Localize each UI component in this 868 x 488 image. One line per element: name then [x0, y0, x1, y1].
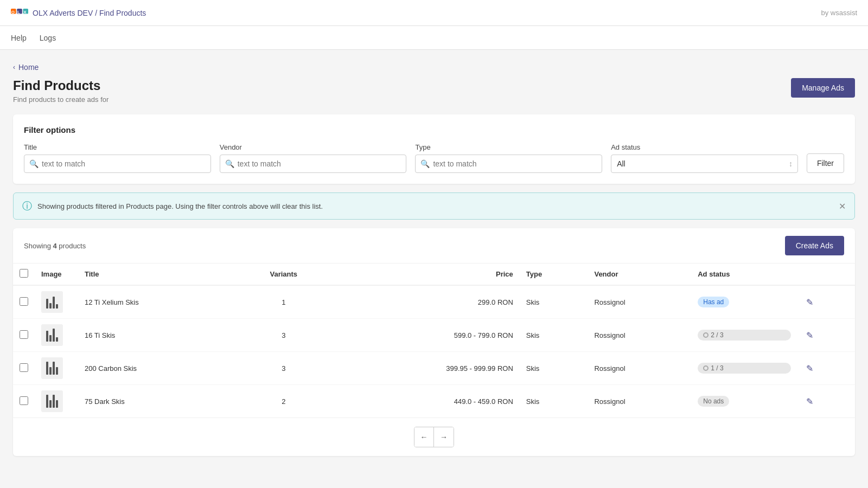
ad-status-badge: No ads — [698, 396, 729, 407]
row-checkbox-2[interactable] — [20, 363, 28, 372]
pagination-controls: ← → — [414, 427, 454, 447]
select-all-checkbox[interactable] — [20, 269, 28, 278]
product-variants-cell: 3 — [236, 319, 331, 352]
ad-status-select-wrapper: All Has ad Partial No ads ↕ — [611, 155, 798, 173]
product-type-cell: Skis — [520, 352, 588, 385]
type-input[interactable] — [415, 155, 602, 173]
filter-title-label: Title — [24, 143, 211, 151]
main-content: ‹ Home Find Products Find products to cr… — [0, 50, 868, 469]
info-banner-left: ⓘ Showing products filtered in Products … — [22, 200, 323, 213]
product-type-cell: Skis — [520, 319, 588, 352]
showing-prefix: Showing — [24, 242, 51, 250]
product-variants-cell: 2 — [236, 385, 331, 418]
title-input[interactable] — [24, 155, 211, 173]
ad-status-col-header: Ad status — [691, 264, 797, 285]
product-vendor-cell: Rossignol — [588, 385, 691, 418]
actions-col-header — [797, 264, 855, 285]
ad-status-badge: 2 / 3 — [698, 330, 791, 341]
filter-type-label: Type — [415, 143, 602, 151]
table-row: 200 Carbon Skis3399.95 - 999.99 RONSkisR… — [13, 352, 855, 385]
svg-text:X: X — [23, 9, 27, 14]
product-edit-cell: ✎ — [797, 285, 855, 319]
product-title-cell: 16 Ti Skis — [78, 319, 236, 352]
vendor-col-header: Vendor — [588, 264, 691, 285]
showing-suffix: products — [59, 242, 86, 250]
filter-button[interactable]: Filter — [807, 153, 844, 173]
products-table: Image Title Variants Price Type Vendor A… — [13, 264, 855, 418]
search-icon-vendor: 🔍 — [225, 159, 234, 168]
products-tbody: 12 Ti Xelium Skis1299.0 RONSkisRossignol… — [13, 285, 855, 418]
product-image-cell — [35, 285, 78, 319]
svg-text:O: O — [11, 9, 15, 14]
home-link-text: Home — [18, 63, 39, 72]
filter-title-field: Title 🔍 — [24, 143, 211, 173]
product-image-cell — [35, 352, 78, 385]
select-all-col — [13, 264, 35, 285]
product-vendor-cell: Rossignol — [588, 319, 691, 352]
title-col-header: Title — [78, 264, 236, 285]
vendor-input-wrapper: 🔍 — [220, 155, 407, 173]
table-card: Showing 4 products Create Ads Image Titl… — [13, 228, 855, 456]
nav-logs[interactable]: Logs — [40, 27, 56, 49]
table-row: 75 Dark Skis2449.0 - 459.0 RONSkisRossig… — [13, 385, 855, 418]
manage-ads-button[interactable]: Manage Ads — [791, 78, 855, 98]
product-edit-cell: ✎ — [797, 385, 855, 418]
create-ads-button[interactable]: Create Ads — [785, 236, 844, 255]
row-checkbox-0[interactable] — [20, 297, 28, 306]
showing-text: Showing 4 products — [24, 242, 86, 250]
pagination: ← → — [13, 418, 855, 456]
olx-logo-icon: O L X — [11, 8, 28, 18]
price-col-header: Price — [331, 264, 520, 285]
type-input-wrapper: 🔍 — [415, 155, 602, 173]
prev-page-button[interactable]: ← — [414, 427, 434, 447]
product-ad-status-cell: Has ad — [691, 285, 797, 319]
filter-ad-status-field: Ad status All Has ad Partial No ads ↕ — [611, 143, 798, 173]
variants-col-header: Variants — [236, 264, 331, 285]
product-title-cell: 75 Dark Skis — [78, 385, 236, 418]
product-ad-status-cell: No ads — [691, 385, 797, 418]
filter-vendor-field: Vendor 🔍 — [220, 143, 407, 173]
info-banner-close-button[interactable]: ✕ — [839, 201, 846, 211]
product-thumbnail — [41, 324, 63, 346]
page-title-block: Find Products Find products to create ad… — [13, 78, 108, 104]
title-input-wrapper: 🔍 — [24, 155, 211, 173]
type-col-header: Type — [520, 264, 588, 285]
product-image-cell — [35, 319, 78, 352]
ad-status-badge: 1 / 3 — [698, 363, 791, 374]
home-link[interactable]: ‹ Home — [13, 63, 855, 72]
table-header: Showing 4 products Create Ads — [13, 228, 855, 264]
filter-type-field: Type 🔍 — [415, 143, 602, 173]
nav-help[interactable]: Help — [11, 27, 27, 49]
info-banner-text: Showing products filtered in Products pa… — [37, 202, 323, 210]
search-icon-title: 🔍 — [29, 159, 39, 168]
product-variants-cell: 1 — [236, 285, 331, 319]
breadcrumb: OLX Adverts DEV / Find Products — [33, 9, 146, 17]
breadcrumb-separator: / — [95, 9, 97, 17]
filter-vendor-label: Vendor — [220, 143, 407, 151]
page-name-breadcrumb: Find Products — [99, 9, 146, 17]
row-checkbox-3[interactable] — [20, 396, 28, 405]
product-type-cell: Skis — [520, 285, 588, 319]
edit-product-button[interactable]: ✎ — [804, 361, 815, 376]
row-checkbox-1[interactable] — [20, 330, 28, 339]
edit-product-button[interactable]: ✎ — [804, 394, 815, 409]
product-vendor-cell: Rossignol — [588, 285, 691, 319]
image-col-header: Image — [35, 264, 78, 285]
product-title-cell: 12 Ti Xelium Skis — [78, 285, 236, 319]
svg-text:L: L — [17, 9, 20, 14]
product-thumbnail — [41, 357, 63, 379]
top-bar-left: O L X OLX Adverts DEV / Find Products — [11, 8, 146, 18]
product-variants-cell: 3 — [236, 352, 331, 385]
chevron-left-icon: ‹ — [13, 63, 15, 71]
vendor-input[interactable] — [220, 155, 407, 173]
edit-product-button[interactable]: ✎ — [804, 328, 815, 343]
edit-product-button[interactable]: ✎ — [804, 295, 815, 310]
info-icon: ⓘ — [22, 200, 32, 213]
page-header: Find Products Find products to create ad… — [13, 78, 855, 104]
table-row: 16 Ti Skis3599.0 - 799.0 RONSkisRossigno… — [13, 319, 855, 352]
filter-title: Filter options — [24, 125, 844, 134]
table-header-row: Image Title Variants Price Type Vendor A… — [13, 264, 855, 285]
next-page-button[interactable]: → — [434, 427, 454, 447]
secondary-nav: Help Logs — [0, 26, 868, 50]
ad-status-select[interactable]: All Has ad Partial No ads — [611, 155, 798, 173]
